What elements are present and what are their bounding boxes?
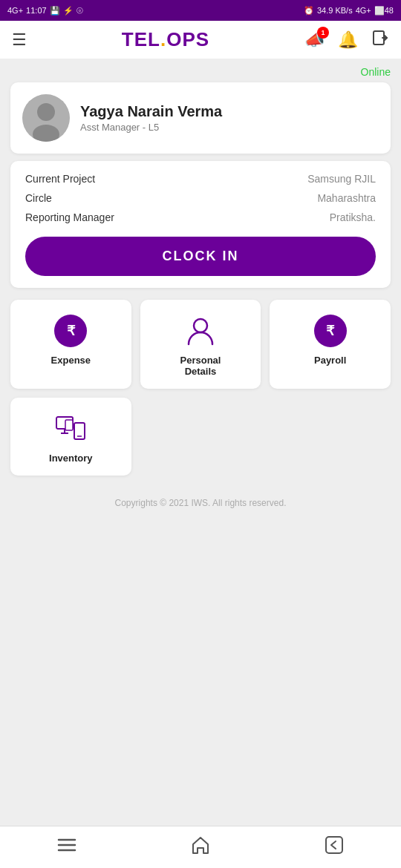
person-icon bbox=[187, 316, 214, 346]
profile-card: Yagya Narain Verma Asst Manager - L5 bbox=[10, 82, 391, 154]
bottom-back-icon[interactable] bbox=[325, 835, 344, 859]
reporting-manager-value: Pratiksha. bbox=[330, 211, 376, 223]
circle-label: Circle bbox=[25, 192, 52, 204]
footer-text: Copyrights © 2021 IWS. All rights reserv… bbox=[10, 476, 391, 516]
bell-icon: 🔔 bbox=[338, 30, 358, 49]
payroll-label: Payroll bbox=[314, 355, 346, 366]
notification-icon-wrap[interactable]: 📣 1 bbox=[304, 30, 325, 50]
bell-icon-wrap[interactable]: 🔔 bbox=[338, 30, 358, 50]
personal-details-card[interactable]: PersonalDetails bbox=[140, 300, 261, 389]
nav-icons: 📣 1 🔔 bbox=[304, 29, 389, 51]
expense-icon: ₹ bbox=[54, 315, 87, 347]
profile-name: Yagya Narain Verma bbox=[80, 103, 379, 120]
svg-rect-10 bbox=[65, 420, 73, 430]
inventory-icon bbox=[55, 415, 86, 442]
svg-point-2 bbox=[37, 103, 55, 121]
battery: ⬜48 bbox=[374, 6, 394, 16]
expense-card[interactable]: ₹ Expense bbox=[10, 300, 131, 389]
info-card: Current Project Samsung RJIL Circle Maha… bbox=[10, 161, 391, 288]
inventory-icon-wrap bbox=[55, 412, 86, 445]
inventory-label: Inventory bbox=[49, 453, 93, 464]
svg-rect-14 bbox=[326, 837, 342, 853]
current-project-row: Current Project Samsung RJIL bbox=[25, 173, 376, 185]
logout-icon-wrap[interactable] bbox=[371, 29, 389, 51]
main-content: Online Yagya Narain Verma Asst Manager -… bbox=[0, 59, 401, 826]
circle-row: Circle Maharashtra bbox=[25, 192, 376, 204]
app-logo: TEL.OPS bbox=[122, 28, 209, 51]
expense-label: Expense bbox=[51, 355, 91, 366]
profile-info: Yagya Narain Verma Asst Manager - L5 bbox=[80, 103, 379, 133]
svg-point-4 bbox=[194, 319, 207, 332]
inventory-card[interactable]: Inventory bbox=[10, 398, 131, 476]
reporting-manager-label: Reporting Manager bbox=[25, 211, 114, 223]
lte-icon: 4G+ bbox=[356, 6, 371, 15]
payroll-icon: ₹ bbox=[314, 315, 347, 347]
network-speed: 34.9 KB/s bbox=[317, 6, 353, 15]
single-card-row: Inventory bbox=[10, 398, 391, 476]
personal-details-icon-wrap bbox=[187, 315, 214, 347]
current-project-label: Current Project bbox=[25, 173, 95, 185]
payroll-card[interactable]: ₹ Payroll bbox=[270, 300, 391, 389]
status-right: ⏰ 34.9 KB/s 4G+ ⬜48 bbox=[304, 6, 394, 16]
reporting-manager-row: Reporting Manager Pratiksha. bbox=[25, 211, 376, 223]
signal-icon: 4G+ bbox=[7, 6, 23, 15]
personal-details-label: PersonalDetails bbox=[180, 355, 221, 377]
online-status: Online bbox=[10, 66, 391, 78]
wifi-icon: ⦾ bbox=[76, 6, 83, 16]
hamburger-menu[interactable]: ☰ bbox=[12, 32, 27, 48]
usb-icon: ⚡ bbox=[63, 6, 74, 16]
logo-accent: . bbox=[160, 28, 166, 50]
circle-value: Maharashtra bbox=[317, 192, 376, 204]
current-project-value: Samsung RJIL bbox=[307, 173, 376, 185]
menu-grid: ₹ Expense PersonalDetails ₹ Payroll bbox=[10, 300, 391, 389]
logout-icon bbox=[371, 32, 389, 50]
top-nav: ☰ TEL.OPS 📣 1 🔔 bbox=[0, 21, 401, 59]
bottom-menu-icon[interactable] bbox=[57, 838, 76, 857]
bottom-home-icon[interactable] bbox=[191, 835, 210, 859]
status-left: 4G+ 11:07 💾 ⚡ ⦾ bbox=[7, 6, 83, 16]
avatar bbox=[22, 94, 70, 142]
time-display: 11:07 bbox=[26, 6, 47, 15]
sd-icon: 💾 bbox=[50, 6, 60, 16]
notification-badge: 1 bbox=[317, 27, 329, 39]
alarm-icon: ⏰ bbox=[304, 6, 314, 16]
clock-in-button[interactable]: CLOCK IN bbox=[25, 237, 376, 276]
profile-role: Asst Manager - L5 bbox=[80, 122, 379, 133]
status-bar: 4G+ 11:07 💾 ⚡ ⦾ ⏰ 34.9 KB/s 4G+ ⬜48 bbox=[0, 0, 401, 21]
bottom-nav bbox=[0, 826, 401, 868]
